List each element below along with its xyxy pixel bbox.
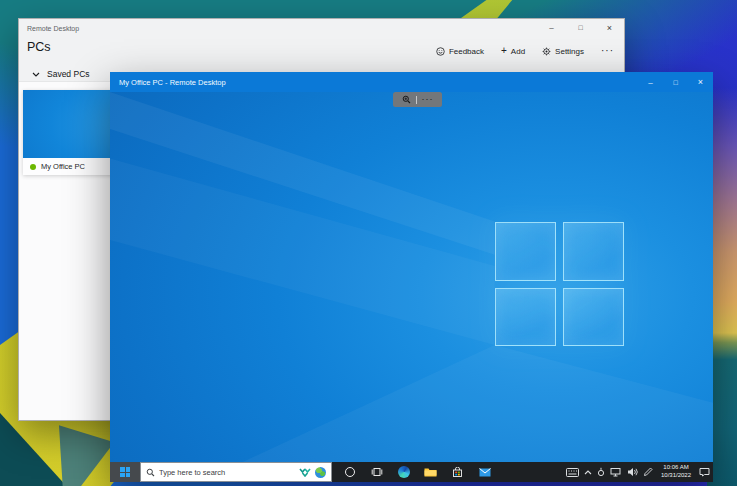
pc-status-dot	[30, 164, 36, 170]
windows-logo	[495, 222, 624, 346]
pc-tile-name: My Office PC	[41, 162, 85, 171]
remote-window-title: My Office PC - Remote Desktop	[119, 78, 638, 87]
app-toolbar: Feedback + Add Settings ···	[436, 46, 614, 56]
action-center-button[interactable]	[699, 467, 710, 477]
add-button[interactable]: + Add	[501, 46, 525, 56]
cortana-button[interactable]	[336, 462, 363, 482]
windows-ink-button[interactable]	[643, 467, 653, 477]
remote-titlebar[interactable]: My Office PC - Remote Desktop – □ ×	[110, 72, 713, 92]
page-title: PCs	[27, 40, 51, 54]
taskbar-clock[interactable]: 10:06 AM 10/31/2022	[661, 464, 691, 480]
remote-caption-buttons: – □ ×	[638, 72, 713, 92]
action-center-icon	[699, 467, 710, 477]
windows-logo-pane	[563, 288, 624, 347]
remote-maximize-button[interactable]: □	[663, 72, 688, 92]
app-minimize-button[interactable]: –	[537, 19, 566, 36]
more-options-button[interactable]: ···	[601, 46, 614, 56]
windows-logo-pane	[563, 222, 624, 281]
network-icon	[610, 467, 622, 477]
magnifier-icon	[402, 95, 411, 104]
app-close-button[interactable]: ×	[595, 19, 624, 36]
pen-icon	[643, 467, 653, 477]
file-explorer-button[interactable]	[417, 462, 444, 482]
volume-icon	[627, 467, 638, 477]
remote-minimize-button[interactable]: –	[638, 72, 663, 92]
app-maximize-button[interactable]: □	[566, 19, 595, 36]
settings-label: Settings	[555, 47, 584, 56]
search-highlights-icon[interactable]	[299, 468, 311, 477]
start-button[interactable]	[110, 462, 140, 482]
remote-taskbar: 10:06 AM 10/31/2022	[110, 462, 713, 482]
tray-status-button[interactable]	[597, 467, 605, 477]
search-icon	[146, 468, 155, 477]
clock-time: 10:06 AM	[663, 464, 688, 472]
add-label: Add	[511, 47, 525, 56]
cortana-icon	[345, 467, 355, 477]
windows-logo-pane	[495, 288, 556, 347]
chevron-up-icon	[584, 470, 592, 475]
store-icon	[452, 467, 463, 478]
app-window-title: Remote Desktop	[27, 25, 79, 32]
more-icon: ···	[422, 95, 434, 104]
mail-icon	[479, 468, 491, 477]
app-caption-buttons: – □ ×	[537, 19, 624, 36]
edge-icon	[398, 466, 410, 478]
windows-start-icon	[120, 467, 130, 477]
system-tray: 10:06 AM 10/31/2022	[566, 462, 713, 482]
chevron-down-icon	[32, 72, 40, 77]
task-view-icon	[371, 467, 383, 477]
zoom-button[interactable]	[402, 95, 411, 104]
remote-close-button[interactable]: ×	[688, 72, 713, 92]
status-icon	[597, 467, 605, 477]
network-button[interactable]	[610, 467, 622, 477]
saved-pcs-header[interactable]: Saved PCs	[32, 69, 90, 79]
feedback-button[interactable]: Feedback	[436, 47, 484, 56]
windows-logo-pane	[495, 222, 556, 281]
connection-more-button[interactable]: ···	[422, 95, 434, 104]
gear-icon	[542, 47, 551, 56]
screen: Remote Desktop – □ × PCs Feedback + Add …	[0, 0, 737, 486]
clock-date: 10/31/2022	[661, 472, 691, 480]
taskbar-app-icons	[336, 462, 498, 482]
globe-icon[interactable]	[315, 467, 326, 478]
feedback-label: Feedback	[449, 47, 484, 56]
taskbar-search-box	[140, 462, 332, 482]
feedback-smiley-icon	[436, 47, 445, 56]
remote-session-window: My Office PC - Remote Desktop – □ ×	[110, 72, 713, 482]
settings-button[interactable]: Settings	[542, 47, 584, 56]
more-icon: ···	[601, 46, 614, 56]
task-view-button[interactable]	[363, 462, 390, 482]
connection-bar: ···	[393, 92, 442, 107]
mail-button[interactable]	[471, 462, 498, 482]
search-input[interactable]	[159, 468, 295, 477]
edge-button[interactable]	[390, 462, 417, 482]
volume-button[interactable]	[627, 467, 638, 477]
saved-pcs-label: Saved PCs	[47, 69, 90, 79]
store-button[interactable]	[444, 462, 471, 482]
touch-keyboard-button[interactable]	[566, 468, 579, 477]
connection-bar-separator	[416, 96, 417, 104]
folder-icon	[424, 467, 437, 477]
hidden-icons-button[interactable]	[584, 470, 592, 475]
remote-desktop-screen[interactable]: ···	[110, 92, 713, 462]
touch-keyboard-icon	[566, 468, 579, 477]
plus-icon: +	[501, 46, 507, 56]
